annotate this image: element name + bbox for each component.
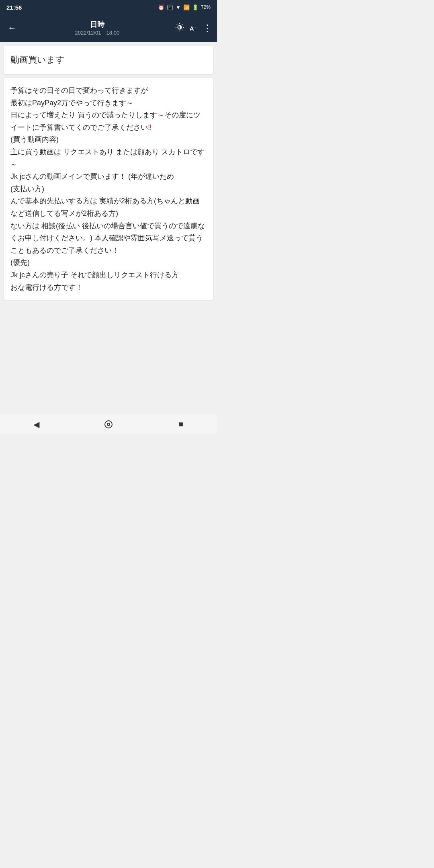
header-title-block: 日時 2022/12/01 18:00 <box>23 20 171 37</box>
title-text: 動画買います <box>10 55 65 65</box>
header-actions: A ↑ ⋮ <box>175 23 212 34</box>
nav-back-button[interactable]: ◀ <box>26 416 46 432</box>
signal-icon: 📶 <box>183 4 190 10</box>
svg-line-4 <box>182 29 182 30</box>
status-icons: ⏰ 📳 ▼ 📶 🔋 72% <box>158 4 211 10</box>
header-subtitle: 2022/12/01 18:00 <box>75 29 120 37</box>
svg-line-3 <box>177 24 177 25</box>
brightness-icon[interactable] <box>175 23 184 34</box>
status-time: 21:56 <box>6 4 22 11</box>
nav-recent-button[interactable]: ■ <box>171 416 191 432</box>
body-card: 予算はその日その日で変わって行きますが 最初はPayPay2万でやって行きます～… <box>4 78 213 300</box>
bottom-nav: ◀ ■ <box>0 414 217 434</box>
header-title: 日時 <box>90 20 104 29</box>
wifi-icon: ▼ <box>176 4 181 10</box>
svg-line-8 <box>182 24 182 25</box>
back-button[interactable]: ← <box>5 20 19 36</box>
battery-icon: 🔋 <box>192 4 199 10</box>
body-text: 予算はその日その日で変わって行きますが 最初はPayPay2万でやって行きます～… <box>10 86 205 291</box>
font-size-label: A <box>190 25 194 32</box>
more-options-icon[interactable]: ⋮ <box>203 23 212 34</box>
font-size-icon[interactable]: A ↑ <box>190 25 197 32</box>
exclamation-mark: ‼ <box>148 123 151 131</box>
vibrate-icon: 📳 <box>167 4 173 10</box>
title-card: 動画買います <box>4 46 213 74</box>
svg-line-7 <box>177 29 177 30</box>
font-size-arrow: ↑ <box>195 26 197 31</box>
content-area: 動画買います 予算はその日その日で変わって行きますが 最初はPayPay2万でや… <box>0 42 217 414</box>
app-bar: ← 日時 2022/12/01 18:00 A ↑ <box>0 14 217 42</box>
status-bar: 21:56 ⏰ 📳 ▼ 📶 🔋 72% <box>0 0 217 14</box>
alarm-icon: ⏰ <box>158 4 164 10</box>
svg-point-9 <box>105 421 112 428</box>
battery-percentage: 72% <box>201 4 211 10</box>
svg-point-10 <box>107 423 110 426</box>
nav-home-button[interactable] <box>98 416 119 432</box>
